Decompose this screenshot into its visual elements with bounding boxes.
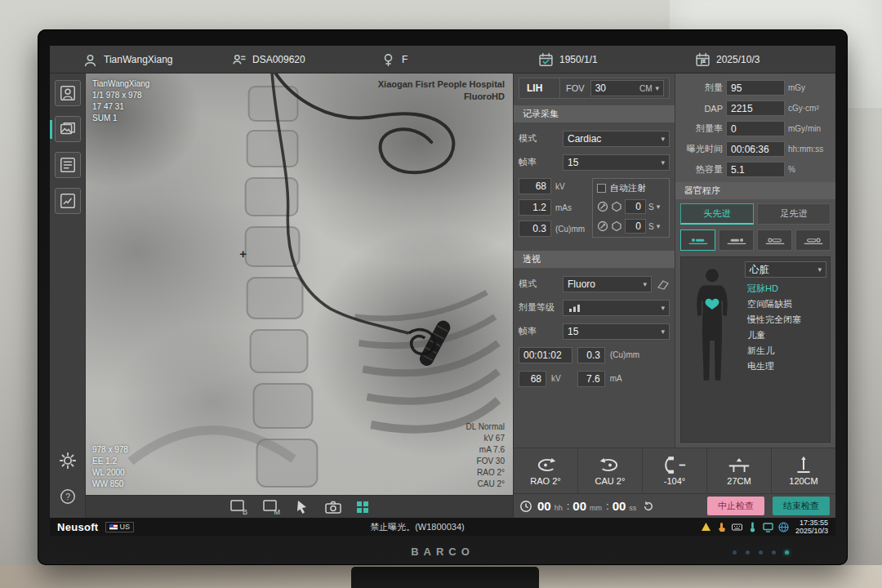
exam-timer-bar: 00 hh : 00 mm : 00 ss 中止检查 结束检查	[514, 493, 835, 518]
acq-mode-label: 模式	[519, 132, 558, 145]
clock-icon	[519, 500, 532, 513]
dose-organ-panel: 剂量 95 mGy DAP 2215 cGy·cm² 剂量率	[675, 74, 835, 448]
tab-feet-first[interactable]: 足先进	[757, 203, 831, 225]
report-button[interactable]	[55, 188, 81, 214]
bed-icon	[764, 234, 786, 247]
inject-delay-field[interactable]: 0	[625, 219, 646, 234]
temperature-icon[interactable]	[747, 522, 758, 532]
report-icon	[59, 192, 77, 210]
position-supine-head-left-button[interactable]	[680, 229, 715, 251]
inject-row: 0 S ▾	[597, 199, 665, 214]
auto-inject-label: 自动注射	[610, 182, 646, 194]
tab-head-first[interactable]: 头先进	[680, 203, 754, 225]
body-region-select[interactable]: 心脏 ▾	[745, 261, 826, 278]
vendor-logo: Neusoft	[57, 521, 99, 533]
osd-button[interactable]	[746, 550, 750, 555]
human-silhouette-icon	[688, 264, 737, 393]
pointer-tool-button[interactable]	[295, 499, 311, 515]
system-date: 2025/10/3	[795, 527, 828, 535]
status-bar: Neusoft US 禁止曝光。(W1800034) 17:35:55 2025…	[50, 518, 835, 536]
monitor-osd-buttons	[733, 550, 789, 555]
network-icon[interactable]	[778, 522, 789, 532]
alert-icon[interactable]	[701, 522, 711, 532]
reference-frame-b-button[interactable]: B	[229, 499, 249, 515]
position-prone-head-right-button[interactable]	[795, 229, 831, 251]
image-column: TianWangXiang 1/1 978 x 978 17 47 31 SUM…	[86, 74, 513, 518]
help-button[interactable]: ?	[55, 483, 81, 510]
layout-grid-button[interactable]	[355, 500, 370, 514]
fluoro-time-display: 00:01:02	[519, 347, 572, 363]
procedure-item[interactable]: 冠脉HD	[745, 281, 826, 296]
rao-readout: RAO 2°	[514, 448, 578, 493]
input-language-indicator[interactable]: US	[105, 522, 135, 532]
organ-section-title: 器官程序	[675, 182, 835, 199]
image-viewer-button[interactable]	[55, 116, 81, 142]
acq-mas-field[interactable]: 1.2	[519, 199, 551, 216]
tube-distance-readout: 120CM	[772, 448, 835, 493]
osd-button[interactable]	[772, 550, 776, 555]
system-warning-message: 禁止曝光。(W1800034)	[140, 521, 694, 533]
touch-icon[interactable]	[716, 522, 727, 532]
acquisition-section-title: 记录采集	[514, 105, 675, 122]
svg-text:B: B	[242, 508, 247, 515]
id-card-icon	[231, 52, 247, 68]
osd-button[interactable]	[759, 550, 763, 555]
acq-cu-field[interactable]: 0.3	[519, 220, 551, 237]
dose-value: 2215	[726, 100, 785, 116]
chevron-down-icon: ▾	[643, 280, 647, 288]
gender-item: F	[381, 46, 408, 74]
chevron-down-icon: ▾	[661, 158, 665, 167]
monitor-stand	[351, 567, 539, 588]
fov-unit: CM	[639, 84, 653, 93]
xray-viewport[interactable]: TianWangXiang 1/1 978 x 978 17 47 31 SUM…	[86, 74, 513, 495]
patient-registration-button[interactable]	[55, 80, 81, 106]
finish-exam-button[interactable]: 结束检查	[773, 497, 830, 515]
position-supine-head-right-button[interactable]	[719, 229, 754, 251]
fluoro-fps-select[interactable]: 15 ▾	[563, 323, 670, 340]
svg-text:M: M	[274, 508, 280, 515]
body-figure[interactable]	[681, 257, 743, 442]
procedure-item[interactable]: 儿童	[745, 327, 826, 343]
snapshot-button[interactable]	[324, 500, 342, 514]
auto-inject-checkbox[interactable]	[597, 184, 606, 193]
procedure-item[interactable]: 新生儿	[745, 343, 826, 359]
acq-fps-label: 帧率	[519, 156, 558, 168]
settings-button[interactable]	[55, 448, 81, 474]
cursor-crosshair: +	[239, 247, 247, 261]
procedure-list-panel: 心脏 ▾ 冠脉HD 空间隔缺损 慢性完全闭塞 儿童 新生儿 电生理	[743, 257, 830, 442]
abort-exam-button[interactable]: 中止检查	[707, 497, 764, 515]
procedure-item[interactable]: 慢性完全闭塞	[745, 312, 826, 327]
grid-icon	[355, 500, 370, 514]
acq-mode-select[interactable]: Cardiac ▾	[563, 131, 670, 147]
dose-value: 5.1	[726, 162, 785, 177]
osd-button[interactable]	[733, 550, 737, 555]
display-icon[interactable]	[763, 522, 773, 532]
detector-height-icon	[791, 456, 817, 474]
study-id: DSA009620	[252, 54, 305, 65]
fluoro-section-title: 透视	[514, 251, 675, 268]
worklist-button[interactable]	[55, 152, 81, 178]
overlay-technique-info: DL Normal kV 67 mA 7.6 FOV 30 RAO 2° CAU…	[466, 421, 505, 490]
dose-level-select[interactable]: ▾	[563, 300, 670, 316]
inject-delay-field[interactable]: 0	[625, 199, 646, 214]
acq-fps-select[interactable]: 15 ▾	[563, 154, 670, 171]
monitor-brand-label: BARCO	[38, 546, 848, 558]
hand-switch-icon	[657, 278, 670, 290]
keyboard-icon[interactable]	[732, 522, 742, 532]
auto-inject-group: 自动注射 0 S ▾	[592, 178, 670, 238]
position-prone-head-left-button[interactable]	[757, 229, 792, 251]
reference-frame-m-button[interactable]: M	[262, 499, 282, 515]
birth-date: 1950/1/1	[559, 54, 598, 65]
protocol-label: LIH	[519, 78, 560, 98]
gantry-readouts: RAO 2° CAU 2° -104° 27CM	[514, 448, 835, 493]
fov-select[interactable]: 30 CM ▾	[590, 80, 664, 96]
procedure-item[interactable]: 空间隔缺损	[745, 296, 826, 312]
fluoro-mode-label: FluoroHD	[378, 91, 505, 103]
acquisition-panel: LIH FOV 30 CM ▾ 记录采集 模式	[514, 74, 675, 448]
procedure-item[interactable]: 电生理	[745, 359, 826, 374]
acq-kv-field[interactable]: 68	[519, 178, 551, 194]
fluoro-mode-select[interactable]: Fluoro ▾	[563, 276, 652, 292]
dose-level-label: 剂量等级	[519, 301, 558, 314]
gender-value: F	[402, 54, 408, 65]
timer-reset-icon[interactable]	[643, 501, 654, 512]
